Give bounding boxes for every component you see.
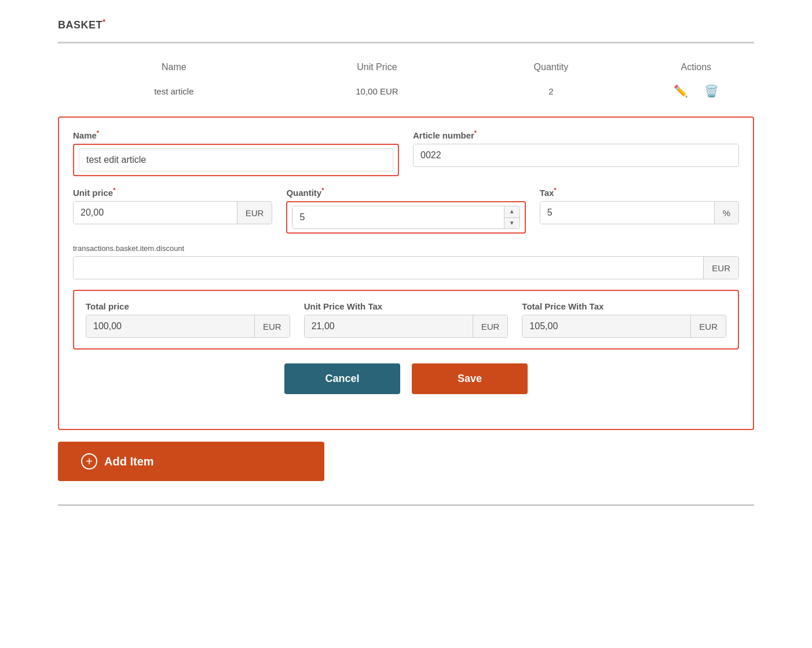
name-field-group: Name*	[73, 129, 399, 176]
action-buttons: Cancel Save	[73, 363, 739, 394]
name-input[interactable]	[79, 149, 209, 171]
total-price-tax-currency: EUR	[690, 315, 726, 337]
unit-price-tax-currency: EUR	[473, 315, 508, 337]
row-quantity: 2	[464, 86, 638, 96]
name-label: Name*	[73, 129, 399, 140]
discount-suffix: EUR	[703, 257, 738, 279]
row-actions: ✏️ 🗑️	[638, 82, 754, 100]
cancel-button[interactable]: Cancel	[284, 363, 400, 394]
edit-button[interactable]: ✏️	[671, 82, 690, 100]
total-price-tax-label: Total Price With Tax	[522, 301, 726, 311]
name-field-outer	[73, 144, 399, 176]
quantity-field-group: Quantity* ▲ ▼	[286, 187, 525, 234]
edit-form: Name* Article number*	[58, 117, 754, 430]
total-price-input-wrap: EUR	[86, 315, 290, 338]
top-divider	[58, 42, 754, 43]
add-item-icon: +	[81, 453, 97, 469]
col-header-name: Name	[58, 62, 290, 72]
discount-label: transactions.basket.item.discount	[73, 244, 739, 253]
name-field-inner	[79, 148, 393, 172]
row-unit-price: 10,00 EUR	[290, 86, 464, 96]
form-row-1: Name* Article number*	[73, 129, 739, 176]
discount-input[interactable]	[74, 257, 703, 279]
delete-button[interactable]: 🗑️	[702, 82, 721, 100]
unit-price-field-group: Unit price* EUR	[73, 187, 272, 224]
quantity-input[interactable]	[292, 206, 503, 228]
unit-price-tax-group: Unit Price With Tax EUR	[304, 301, 509, 338]
unit-price-suffix: EUR	[237, 202, 272, 224]
table-row: test article 10,00 EUR 2 ✏️ 🗑️	[58, 77, 754, 105]
total-price-currency: EUR	[254, 315, 290, 337]
unit-price-input-wrap: EUR	[73, 201, 272, 224]
table-header-row: Name Unit Price Quantity Actions	[58, 57, 754, 77]
unit-price-label: Unit price*	[73, 187, 272, 198]
quantity-input-wrap: ▲ ▼	[292, 206, 520, 229]
unit-price-tax-input-wrap: EUR	[304, 315, 509, 338]
total-price-value	[86, 315, 254, 337]
form-row-2: Unit price* EUR Quantity* ▲ ▼	[73, 187, 739, 234]
add-item-button[interactable]: + Add Item	[58, 442, 324, 481]
quantity-down-button[interactable]: ▼	[504, 218, 520, 229]
discount-input-wrap: EUR	[73, 256, 739, 279]
bottom-divider	[58, 504, 754, 506]
unit-price-tax-label: Unit Price With Tax	[304, 301, 509, 311]
quantity-field-outer: ▲ ▼	[286, 201, 525, 234]
article-field-group: Article number*	[413, 129, 739, 167]
total-price-label: Total price	[86, 301, 290, 311]
article-input[interactable]	[414, 144, 738, 166]
unit-price-tax-value	[305, 315, 473, 337]
tax-input[interactable]	[540, 202, 714, 224]
discount-section: transactions.basket.item.discount EUR	[73, 244, 739, 279]
tax-input-wrap: %	[540, 201, 739, 224]
tax-suffix: %	[714, 202, 738, 224]
basket-table: Name Unit Price Quantity Actions test ar…	[58, 57, 754, 105]
unit-price-input[interactable]	[74, 202, 237, 224]
row-name: test article	[58, 86, 290, 96]
col-header-actions: Actions	[638, 62, 754, 72]
add-item-section: + Add Item	[58, 442, 754, 481]
total-price-tax-group: Total Price With Tax EUR	[522, 301, 726, 338]
col-header-quantity: Quantity	[464, 62, 638, 72]
col-header-unit-price: Unit Price	[290, 62, 464, 72]
total-price-tax-input-wrap: EUR	[522, 315, 726, 338]
tax-field-group: Tax* %	[540, 187, 739, 224]
quantity-label: Quantity*	[286, 187, 525, 198]
total-price-group: Total price EUR	[86, 301, 290, 338]
save-button[interactable]: Save	[412, 363, 528, 394]
totals-section: Total price EUR Unit Price With Tax EUR …	[73, 290, 739, 350]
article-input-wrap	[413, 144, 739, 167]
page-title: BASKET*	[58, 17, 754, 31]
quantity-spinner: ▲ ▼	[504, 206, 520, 228]
add-item-label: Add Item	[104, 455, 154, 468]
article-label: Article number*	[413, 129, 739, 140]
total-price-tax-value	[522, 315, 690, 337]
tax-label: Tax*	[540, 187, 739, 198]
quantity-up-button[interactable]: ▲	[504, 206, 520, 218]
